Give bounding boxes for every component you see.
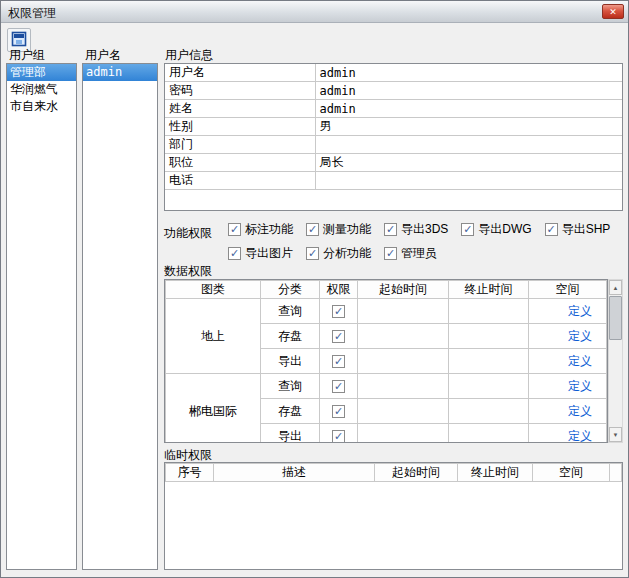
info-field-value[interactable]: admin	[315, 64, 622, 82]
function-permission: ✓分析功能	[306, 245, 371, 262]
info-field-value[interactable]: 男	[315, 118, 622, 136]
close-button[interactable]: ✕	[602, 4, 624, 19]
define-link[interactable]: 定义	[568, 379, 592, 393]
data-permission-checkbox[interactable]: ✓	[332, 330, 345, 343]
info-field-value[interactable]	[315, 136, 622, 154]
user-name-item[interactable]: admin	[83, 64, 157, 81]
temp-permissions-panel: 序号描述起始时间终止时间空间	[164, 462, 623, 570]
category-cell: 查询	[261, 299, 320, 324]
column-header: 起始时间	[358, 281, 449, 299]
function-permission-checkbox[interactable]: ✓	[228, 247, 241, 260]
user-group-item[interactable]: 华润燃气	[7, 81, 76, 98]
scroll-down-icon: ▼	[613, 432, 619, 438]
check-icon: ✓	[334, 381, 343, 392]
end-time-cell[interactable]	[449, 399, 529, 424]
data-permissions-header-row: 图类分类权限起始时间终止时间空间	[166, 281, 607, 299]
category-cell: 导出	[261, 349, 320, 374]
check-icon: ✓	[308, 248, 317, 259]
function-permission-label: 标注功能	[245, 221, 293, 238]
user-group-item[interactable]: 市自来水	[7, 98, 76, 115]
check-icon: ✓	[308, 224, 317, 235]
start-time-cell[interactable]	[358, 299, 449, 324]
info-field-value[interactable]: 局长	[315, 154, 622, 172]
function-permission-label: 导出3DS	[401, 221, 448, 238]
column-header: 起始时间	[375, 464, 458, 482]
space-cell: 定义	[529, 349, 607, 374]
check-icon: ✓	[547, 224, 556, 235]
end-time-cell[interactable]	[449, 324, 529, 349]
space-cell: 定义	[529, 424, 607, 444]
scroll-thumb[interactable]	[609, 296, 622, 340]
function-permission-label: 管理员	[401, 245, 437, 262]
data-group-cell: 郴电国际	[166, 374, 261, 444]
scroll-up-button[interactable]: ▲	[609, 280, 622, 295]
info-field-label: 职位	[165, 154, 315, 172]
define-link[interactable]: 定义	[568, 329, 592, 343]
column-header: 空间	[529, 281, 607, 299]
check-icon: ✓	[334, 356, 343, 367]
column-header: 空间	[533, 464, 610, 482]
info-row: 职位局长	[165, 154, 622, 172]
info-field-label: 密码	[165, 82, 315, 100]
check-icon: ✓	[334, 306, 343, 317]
define-link[interactable]: 定义	[568, 404, 592, 418]
define-link[interactable]: 定义	[568, 304, 592, 318]
temp-permissions-table: 序号描述起始时间终止时间空间	[165, 463, 622, 482]
function-permission-checkbox[interactable]: ✓	[306, 223, 319, 236]
end-time-cell[interactable]	[449, 349, 529, 374]
end-time-cell[interactable]	[449, 374, 529, 399]
user-group-label: 用户组	[9, 47, 45, 64]
user-info-panel: 用户名admin密码admin姓名admin性别男部门职位局长电话	[164, 63, 623, 211]
function-permission: ✓测量功能	[306, 221, 371, 238]
info-field-value[interactable]: admin	[315, 82, 622, 100]
start-time-cell[interactable]	[358, 324, 449, 349]
start-time-cell[interactable]	[358, 424, 449, 444]
column-header: 描述	[214, 464, 375, 482]
space-cell: 定义	[529, 299, 607, 324]
column-header: 终止时间	[449, 281, 529, 299]
function-permission-checkbox[interactable]: ✓	[228, 223, 241, 236]
start-time-cell[interactable]	[358, 399, 449, 424]
start-time-cell[interactable]	[358, 349, 449, 374]
user-name-list[interactable]: admin	[82, 63, 158, 570]
data-permissions-label: 数据权限	[164, 263, 212, 280]
function-permissions-label: 功能权限	[164, 225, 212, 242]
data-permissions-scrollbar[interactable]: ▲ ▼	[608, 279, 623, 443]
check-icon: ✓	[386, 224, 395, 235]
function-permission-checkbox[interactable]: ✓	[545, 223, 558, 236]
end-time-cell[interactable]	[449, 424, 529, 444]
function-permission-label: 测量功能	[323, 221, 371, 238]
data-permission-checkbox[interactable]: ✓	[332, 405, 345, 418]
function-permission-checkbox[interactable]: ✓	[461, 223, 474, 236]
user-group-item[interactable]: 管理部	[7, 64, 76, 81]
check-icon: ✓	[334, 406, 343, 417]
end-time-cell[interactable]	[449, 299, 529, 324]
info-field-label: 性别	[165, 118, 315, 136]
function-permission-checkbox[interactable]: ✓	[384, 223, 397, 236]
check-icon: ✓	[334, 331, 343, 342]
info-field-value[interactable]	[315, 172, 622, 190]
info-field-value[interactable]: admin	[315, 100, 622, 118]
data-permission-checkbox[interactable]: ✓	[332, 355, 345, 368]
check-icon: ✓	[334, 431, 343, 442]
info-row: 用户名admin	[165, 64, 622, 82]
data-permission-row: 地上查询✓定义	[166, 299, 607, 324]
data-permission-checkbox[interactable]: ✓	[332, 430, 345, 443]
function-permission: ✓导出DWG	[461, 221, 531, 238]
user-info-label: 用户信息	[165, 47, 213, 64]
define-link[interactable]: 定义	[568, 354, 592, 368]
start-time-cell[interactable]	[358, 374, 449, 399]
space-cell: 定义	[529, 399, 607, 424]
function-permission-checkbox[interactable]: ✓	[306, 247, 319, 260]
function-permission-checkbox[interactable]: ✓	[384, 247, 397, 260]
category-cell: 存盘	[261, 324, 320, 349]
data-group-cell: 地上	[166, 299, 261, 374]
scroll-down-button[interactable]: ▼	[609, 427, 622, 442]
data-permission-checkbox[interactable]: ✓	[332, 305, 345, 318]
data-permission-checkbox[interactable]: ✓	[332, 380, 345, 393]
check-icon: ✓	[230, 224, 239, 235]
define-link[interactable]: 定义	[568, 429, 592, 443]
function-permission-label: 导出DWG	[478, 221, 531, 238]
user-group-list[interactable]: 管理部华润燃气市自来水	[6, 63, 77, 570]
column-header-filler	[610, 464, 622, 482]
